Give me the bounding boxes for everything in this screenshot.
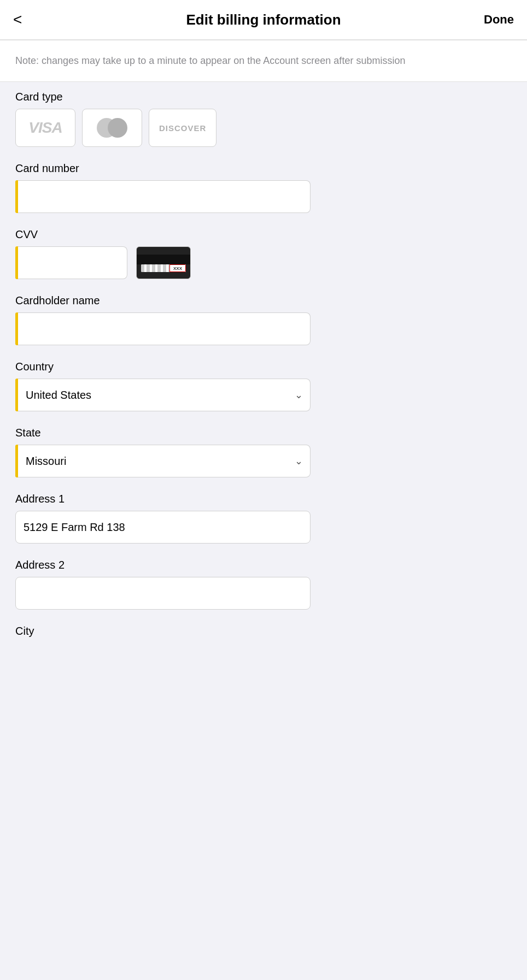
visa-button[interactable]: VISA	[15, 109, 75, 147]
header: < Edit billing information Done	[0, 0, 527, 40]
discover-button[interactable]: DISCOVER	[149, 109, 216, 147]
card-number-label: Card number	[15, 162, 311, 175]
cvv-input-wrapper	[15, 246, 127, 279]
card-type-label: Card type	[15, 91, 512, 103]
discover-logo: DISCOVER	[159, 123, 206, 133]
address1-group: Address 1	[15, 493, 512, 544]
cvv-magnetic-strip	[137, 255, 190, 264]
address1-input-wrapper	[15, 511, 512, 544]
note-section: Note: changes may take up to a minute to…	[0, 40, 527, 82]
address2-input-wrapper	[15, 577, 512, 610]
city-label: City	[15, 625, 512, 637]
page-title: Edit billing information	[46, 11, 481, 28]
cvv-group: CVV XXX	[15, 228, 512, 279]
cardholder-name-input-wrapper	[15, 312, 311, 345]
back-button[interactable]: <	[13, 11, 46, 28]
state-input-wrapper: Alabama Alaska Arizona Arkansas Californ…	[15, 445, 311, 477]
country-label: Country	[15, 361, 311, 373]
form-section: Card type VISA DISCOVER Card number CVV	[0, 91, 527, 637]
address2-input[interactable]	[15, 577, 311, 610]
done-button[interactable]: Done	[481, 13, 514, 27]
address2-group: Address 2	[15, 559, 512, 610]
note-text: Note: changes may take up to a minute to…	[15, 55, 405, 66]
mastercard-logo	[97, 118, 127, 138]
visa-logo: VISA	[28, 119, 62, 137]
cardholder-name-label: Cardholder name	[15, 294, 311, 307]
country-select-wrapper: United States Canada United Kingdom Aust…	[18, 379, 311, 411]
cvv-signature-area: XXX	[141, 264, 186, 272]
country-group: Country United States Canada United King…	[15, 361, 311, 411]
mastercard-button[interactable]	[82, 109, 142, 147]
city-group: City	[15, 625, 512, 637]
cvv-label: CVV	[15, 228, 512, 241]
state-select[interactable]: Alabama Alaska Arizona Arkansas Californ…	[18, 445, 311, 477]
card-number-group: Card number	[15, 162, 311, 213]
cvv-input[interactable]	[18, 246, 127, 279]
address1-input[interactable]	[15, 511, 311, 544]
cvv-card-icon: XXX	[136, 246, 191, 279]
country-input-wrapper: United States Canada United Kingdom Aust…	[15, 379, 311, 411]
cvv-sig-lines	[141, 264, 169, 272]
card-number-input-wrapper	[15, 180, 311, 213]
cvv-row: XXX	[15, 246, 512, 279]
cardholder-name-group: Cardholder name	[15, 294, 311, 345]
state-label: State	[15, 427, 311, 439]
cardholder-name-input[interactable]	[18, 312, 311, 345]
address2-label: Address 2	[15, 559, 512, 571]
card-type-group: Card type VISA DISCOVER	[15, 91, 512, 147]
address1-label: Address 1	[15, 493, 512, 505]
state-group: State Alabama Alaska Arizona Arkansas Ca…	[15, 427, 311, 477]
card-type-row: VISA DISCOVER	[15, 109, 512, 147]
cvv-code-box: XXX	[169, 264, 186, 272]
country-select[interactable]: United States Canada United Kingdom Aust…	[18, 379, 311, 411]
card-number-input[interactable]	[18, 180, 311, 213]
state-select-wrapper: Alabama Alaska Arizona Arkansas Californ…	[18, 445, 311, 477]
